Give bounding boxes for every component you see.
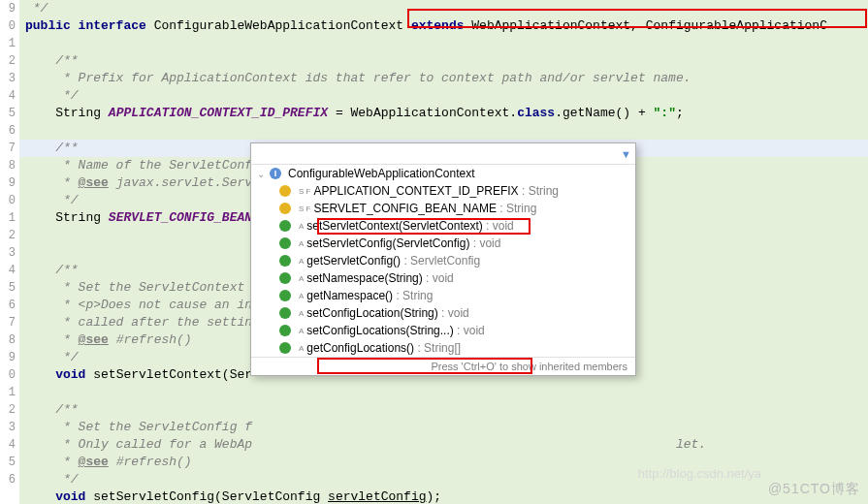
- method-icon: [278, 236, 292, 250]
- watermark-text: http://blog.csdn.net/ya: [638, 466, 761, 481]
- popup-root-item[interactable]: ⌄ I ConfigurableWebApplicationContext: [251, 165, 635, 182]
- popup-method-item[interactable]: A setServletConfig(ServletConfig) : void: [251, 235, 635, 252]
- popup-field-item[interactable]: S F APPLICATION_CONTEXT_ID_PREFIX : Stri…: [251, 182, 635, 200]
- popup-method-item[interactable]: A getConfigLocations() : String[]: [251, 339, 635, 357]
- popup-header: ▼: [251, 143, 635, 165]
- popup-method-item[interactable]: A getNamespace() : String: [251, 287, 635, 304]
- structure-popup[interactable]: ▼ ⌄ I ConfigurableWebApplicationContext …: [250, 142, 636, 376]
- code-text: */: [25, 1, 48, 16]
- method-icon: [278, 306, 292, 320]
- popup-field-item[interactable]: S F SERVLET_CONFIG_BEAN_NAME : String: [251, 200, 635, 217]
- method-icon: [278, 324, 292, 337]
- popup-method-item[interactable]: A setConfigLocations(String...) : void: [251, 322, 635, 339]
- method-icon: [278, 341, 292, 355]
- field-icon: [278, 202, 292, 215]
- watermark-text: @51CTO博客: [768, 481, 860, 498]
- popup-method-item[interactable]: A setConfigLocation(String) : void: [251, 304, 635, 322]
- caret-down-icon: ⌄: [257, 169, 265, 179]
- method-icon: [278, 219, 292, 233]
- field-icon: [278, 184, 292, 198]
- interface-icon: I: [269, 167, 282, 180]
- popup-method-item[interactable]: A setNamespace(String) : void: [251, 269, 635, 287]
- method-icon: [278, 289, 292, 302]
- line-gutter: 9012345678901234567890123456: [0, 0, 19, 504]
- popup-search-input[interactable]: [255, 145, 621, 163]
- popup-method-item[interactable]: A setServletContext(ServletContext) : vo…: [251, 217, 635, 235]
- popup-footer: Press 'Ctrl+O' to show inherited members: [251, 357, 635, 375]
- method-icon: [278, 254, 292, 268]
- method-icon: [278, 271, 292, 285]
- dropdown-icon[interactable]: ▼: [621, 148, 631, 160]
- popup-method-item[interactable]: A getServletConfig() : ServletConfig: [251, 252, 635, 269]
